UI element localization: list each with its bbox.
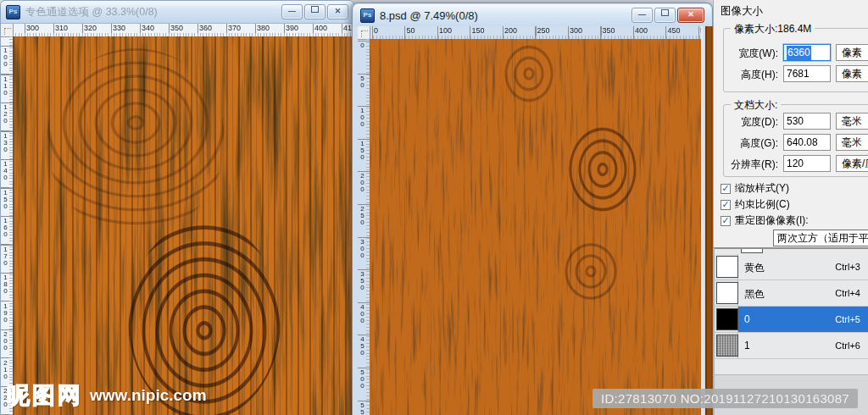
channel-row-0-selected[interactable]: 0 Ctrl+5 xyxy=(714,307,868,333)
restore-icon[interactable] xyxy=(304,4,326,19)
ruler-tick-label: 1 0 0 xyxy=(359,108,366,128)
resample-method-select[interactable]: 两次立方（适用于平滑渐 xyxy=(773,230,868,246)
close-icon[interactable]: ✕ xyxy=(677,8,704,23)
doc-width-input[interactable]: 530 xyxy=(783,113,831,130)
ruler-tick-label: 400 xyxy=(314,25,327,32)
restore-icon[interactable] xyxy=(654,8,676,23)
ruler-tick-label: 4 5 0 xyxy=(359,336,366,357)
resolution-label: 分辨率(R): xyxy=(724,158,778,172)
close-icon[interactable]: ✕ xyxy=(327,4,348,19)
channel-shortcut: Ctrl+4 xyxy=(835,288,860,298)
height-unit-select[interactable]: 像素 xyxy=(836,65,868,82)
window2-vertical-ruler: 05 01 0 01 5 02 0 02 5 03 0 03 5 04 0 04… xyxy=(358,39,370,415)
ruler-tick-label: 100 xyxy=(439,27,452,35)
constrain-proportions-label: 约束比例(C) xyxy=(735,197,790,212)
wood-knot xyxy=(569,127,637,212)
wood-knot xyxy=(558,235,624,307)
doc-height-input[interactable]: 640.08 xyxy=(783,134,831,151)
channel-thumbnail[interactable] xyxy=(716,256,738,278)
ruler-tick-label: 0 xyxy=(359,42,366,49)
ruler-tick-label: 370 xyxy=(228,25,241,32)
psd-file-icon: Ps xyxy=(360,8,375,23)
nipic-logo: 昵图网 xyxy=(7,380,83,411)
ruler-tick-label: 1 8 0 xyxy=(2,274,9,295)
restore-square-icon xyxy=(311,6,319,13)
window2-ruler-corner xyxy=(358,26,370,40)
minimize-icon[interactable]: — xyxy=(632,8,653,23)
ruler-tick-label: 1 1 0 xyxy=(2,76,9,97)
right-panel-area: 图像大小 像素大小:186.4M 宽度(W): 6360 像素 高度(H): 7… xyxy=(713,0,868,415)
ruler-tick-label: 330 xyxy=(113,25,125,32)
window1-canvas-wood-texture[interactable] xyxy=(13,36,354,415)
width-input[interactable]: 6360 xyxy=(783,44,831,61)
ruler-tick-label: 50 xyxy=(407,27,415,35)
window1-ruler-corner xyxy=(1,24,14,37)
ruler-tick-label: 2 0 0 xyxy=(359,173,366,193)
channel-thumbnail[interactable] xyxy=(716,335,738,357)
window2-canvas-wood-texture[interactable] xyxy=(370,39,701,415)
window1-title: 专色通道选项 @ 33.3%(0/8) xyxy=(25,5,276,19)
ruler-tick-label: 310 xyxy=(55,25,68,32)
ruler-tick-label: 5 0 0 xyxy=(359,369,366,390)
document-window-2: Ps 8.psd @ 7.49%(0/8) — ✕ 05010015020025… xyxy=(352,3,713,415)
ruler-tick-label: 390 xyxy=(286,25,298,32)
width-unit-select[interactable]: 像素 xyxy=(836,44,868,61)
doc-width-unit-select[interactable]: 毫米 xyxy=(836,113,868,130)
ruler-tick-label: 1 6 0 xyxy=(2,218,9,238)
channels-panel: 黄色 Ctrl+3 黑色 Ctrl+4 xyxy=(713,249,868,374)
channel-row-black[interactable]: 黑色 Ctrl+4 xyxy=(714,280,868,307)
ruler-tick-label: 5 0 xyxy=(359,75,366,89)
width-value: 6360 xyxy=(787,46,811,60)
ruler-tick-label: 5 5 0 xyxy=(359,402,366,415)
resolution-input[interactable]: 120 xyxy=(783,155,831,172)
wood-knot xyxy=(504,44,554,103)
height-input[interactable]: 7681 xyxy=(783,65,831,82)
window1-horizontal-ruler: 300310320330340350360370380390400410 xyxy=(13,24,354,37)
channel-name: 黑色 xyxy=(744,287,765,302)
channel-name: 1 xyxy=(744,340,750,351)
ruler-tick-label: 1 5 0 xyxy=(2,190,9,210)
partial-channel-thumbnail xyxy=(741,249,763,253)
channel-thumbnail[interactable] xyxy=(716,308,738,330)
document-window-1: Ps 专色通道选项 @ 33.3%(0/8) — ✕ 3003103203303… xyxy=(0,0,354,415)
channel-row-1[interactable]: 1 Ctrl+6 xyxy=(714,333,868,359)
ruler-tick-label: 1 5 0 xyxy=(359,141,366,161)
doc-height-unit-select[interactable]: 毫米 xyxy=(836,134,868,151)
width-label: 宽度(W): xyxy=(724,47,778,61)
psd-file-icon: Ps xyxy=(6,5,20,19)
minimize-icon[interactable]: — xyxy=(281,4,303,19)
ruler-tick-label: 1 9 0 xyxy=(2,303,9,324)
channel-name: 黄色 xyxy=(744,261,765,275)
ruler-tick-label: 360 xyxy=(199,25,212,32)
ruler-tick-label: 2 5 0 xyxy=(359,206,366,226)
pixel-size-group: 像素大小:186.4M 宽度(W): 6360 像素 高度(H): 7681 像… xyxy=(723,28,868,92)
nipic-url: www.nipic.com xyxy=(90,386,207,405)
ruler-tick-label: 380 xyxy=(257,25,270,32)
image-id-bar: ID:27813070 NO:20191127210130163087 xyxy=(593,389,858,408)
channel-row-yellow[interactable]: 黄色 Ctrl+3 xyxy=(714,254,868,280)
pixel-size-group-label: 像素大小:186.4M xyxy=(731,22,815,36)
ruler-tick-label: 400 xyxy=(635,27,648,35)
channel-shortcut: Ctrl+3 xyxy=(835,262,860,272)
restore-square-icon xyxy=(661,9,669,16)
resample-image-checkbox[interactable]: ✓ xyxy=(721,216,731,226)
window2-titlebar[interactable]: Ps 8.psd @ 7.49%(0/8) — ✕ xyxy=(353,4,711,26)
doc-height-label: 高度(G): xyxy=(724,136,778,151)
channel-thumbnail[interactable] xyxy=(716,282,738,304)
document-size-group-label: 文档大小: xyxy=(731,98,781,113)
window2-horizontal-ruler: 050100150200250300350400450500 xyxy=(370,26,701,40)
ruler-tick-label: 1 7 0 xyxy=(2,246,9,267)
ruler-tick-label: 1 3 0 xyxy=(2,133,9,153)
ruler-tick-label: 1 4 0 xyxy=(2,161,9,181)
ruler-tick-label: 1 2 0 xyxy=(2,104,9,125)
ruler-tick-label: 300 xyxy=(570,27,582,35)
scale-styles-checkbox[interactable]: ✓ xyxy=(721,184,731,194)
resolution-unit-select[interactable]: 像素/厘米 xyxy=(836,155,868,172)
window2-title: 8.psd @ 7.49%(0/8) xyxy=(380,9,626,22)
ruler-tick-label: 4 0 0 xyxy=(359,304,366,324)
wood-arc-pattern xyxy=(47,48,225,235)
constrain-proportions-checkbox[interactable]: ✓ xyxy=(721,200,731,210)
window1-titlebar[interactable]: Ps 专色通道选项 @ 33.3%(0/8) — ✕ xyxy=(1,1,353,24)
ruler-tick-label: 3 0 0 xyxy=(359,239,366,259)
screenshot-root: { "window1": { "title": "专色通道选项 @ 33.3%(… xyxy=(0,0,868,415)
